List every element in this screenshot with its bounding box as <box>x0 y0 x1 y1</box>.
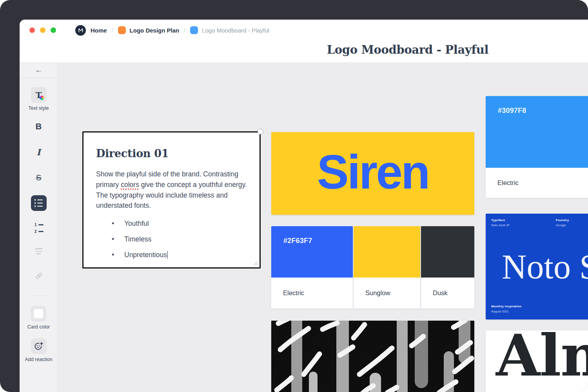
hex-value: #2F63F7 <box>271 226 353 245</box>
bold-button[interactable]: B <box>36 122 42 132</box>
note-content: Direction 01 Show the playful side of th… <box>83 132 260 260</box>
bullet-item: Unpretentious <box>99 250 247 260</box>
italic-button[interactable]: I <box>36 147 40 157</box>
resize-grip-icon[interactable] <box>252 260 258 266</box>
bulleted-list-button[interactable] <box>31 195 47 211</box>
color-swatch <box>354 226 420 278</box>
color-swatch <box>421 226 474 278</box>
zoom-window-button[interactable] <box>51 27 56 33</box>
note-bullet-list: Youthful Timeless Unpretentious <box>96 219 247 260</box>
color-name: Sunglow <box>354 278 420 309</box>
color-card-electric-light[interactable]: #3097F8 Electric <box>486 96 588 198</box>
color-palette-row: #2F63F7 Electric Sunglow <box>271 226 474 309</box>
breadcrumb: Home / Logo Design Plan / Logo Moodboard… <box>75 25 269 36</box>
bw-pattern-image <box>271 321 474 392</box>
board-icon-blue <box>190 26 198 34</box>
breadcrumb-home[interactable]: Home <box>91 27 107 34</box>
window-header: Home / Logo Design Plan / Logo Moodboard… <box>20 20 588 63</box>
main-area: ← T Text style B I S <box>20 63 588 392</box>
bullet-item: Youthful <box>99 219 247 228</box>
breadcrumb-separator: / <box>184 27 185 33</box>
image-card-bw-pattern[interactable] <box>271 321 474 392</box>
window-chrome: Home / Logo Design Plan / Logo Moodboard… <box>29 24 269 36</box>
bulleted-list-icon <box>31 195 47 211</box>
color-wheel-icon <box>39 96 44 100</box>
image-card-noto-specimen[interactable]: Typeface Noto Serif JP Foundry Google No… <box>486 214 588 319</box>
card-color-label: Card color <box>27 324 50 330</box>
milanote-m-icon <box>78 27 84 33</box>
sidebar-divider <box>30 296 47 296</box>
sidebar-divider <box>20 78 58 78</box>
app-logo[interactable] <box>75 25 86 36</box>
hex-value: #3097F8 <box>486 96 588 115</box>
alm-specimen-text: Alm <box>496 330 588 389</box>
note-card-direction[interactable]: Direction 01 Show the playful side of th… <box>82 131 261 269</box>
alignment-button[interactable] <box>35 248 42 254</box>
board-icon-orange <box>118 26 126 34</box>
text-style-icon: T <box>31 87 46 103</box>
foundry-label: Foundry <box>556 218 569 222</box>
image-card-alm-specimen[interactable]: Alm <box>486 330 588 392</box>
card-color-button[interactable]: Card color <box>27 306 50 330</box>
add-reaction-icon <box>31 338 47 354</box>
typeface-value: Noto Serif JP <box>491 223 510 227</box>
color-name: Electric <box>271 278 353 309</box>
bullet-item: Timeless <box>99 234 247 244</box>
alignment-icon <box>35 248 42 254</box>
add-reaction-label: Add reaction <box>25 357 52 362</box>
typeface-label: Typeface <box>491 218 510 222</box>
screen: Home / Logo Design Plan / Logo Moodboard… <box>0 0 588 392</box>
selection-handle[interactable] <box>258 129 263 134</box>
inspiration-label: Monthly inspiration <box>491 305 522 308</box>
app-window: Home / Logo Design Plan / Logo Moodboard… <box>20 20 588 392</box>
siren-logo-text: Siren <box>317 148 428 199</box>
strikethrough-button[interactable]: S <box>36 173 41 182</box>
inspiration-value: August 2021 <box>491 310 522 313</box>
color-name: Dusk <box>421 278 474 309</box>
color-card-dusk[interactable]: Dusk <box>421 226 474 309</box>
close-window-button[interactable] <box>29 27 35 33</box>
color-swatch: #3097F8 <box>486 96 588 168</box>
link-button[interactable] <box>34 271 44 281</box>
color-swatch: #2F63F7 <box>271 226 353 278</box>
page-title[interactable]: Logo Moodboard - Playful <box>20 43 588 56</box>
color-card-electric[interactable]: #2F63F7 Electric <box>271 226 353 309</box>
image-card-siren-logo[interactable]: Siren <box>271 132 474 215</box>
color-card-sunglow[interactable]: Sunglow <box>354 226 420 309</box>
note-body: Show the playful side of the brand. Cont… <box>96 169 247 211</box>
board-canvas[interactable]: Direction 01 Show the playful side of th… <box>58 63 588 392</box>
minimize-window-button[interactable] <box>40 27 45 33</box>
breadcrumb-separator: / <box>112 27 113 33</box>
foundry-value: Google <box>556 223 569 227</box>
noto-specimen-text: Noto Se <box>502 248 588 286</box>
breadcrumb-board-1[interactable]: Logo Design Plan <box>130 27 180 34</box>
card-color-icon <box>31 306 46 321</box>
add-reaction-button[interactable]: Add reaction <box>25 338 52 362</box>
note-title: Direction 01 <box>96 147 247 160</box>
numbered-list-icon: 1 2 <box>34 223 44 234</box>
text-style-label: Text style <box>28 105 49 111</box>
breadcrumb-current-board[interactable]: Logo Moodboard - Playful <box>202 27 269 34</box>
numbered-list-button[interactable]: 1 2 <box>34 223 44 234</box>
misspelled-word: colors <box>121 181 139 189</box>
formatting-sidebar: ← T Text style B I S <box>20 63 58 392</box>
color-name: Electric <box>486 168 588 198</box>
text-cursor <box>167 251 168 259</box>
collapse-sidebar-button[interactable]: ← <box>35 66 42 74</box>
link-icon <box>34 271 44 281</box>
text-style-button[interactable]: T Text style <box>28 87 49 111</box>
